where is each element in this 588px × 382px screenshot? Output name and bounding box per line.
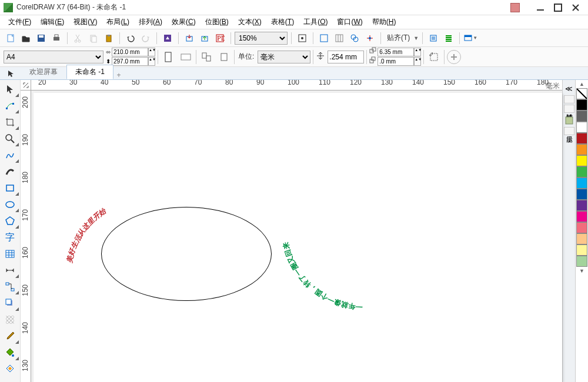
options-button[interactable]	[426, 31, 440, 45]
menu-h[interactable]: 帮助(H)	[368, 15, 401, 29]
show-rulers-button[interactable]	[317, 31, 331, 45]
nudge-input[interactable]	[328, 51, 364, 63]
ellipse-tool[interactable]	[0, 196, 19, 213]
shape-tool[interactable]	[0, 98, 19, 114]
page-size-select[interactable]: A4	[4, 51, 103, 63]
cut-button[interactable]	[71, 31, 85, 45]
show-grid-button[interactable]	[332, 31, 346, 45]
horizontal-ruler[interactable]: 毫米 2030405060708090100110120130140150160…	[21, 80, 562, 91]
tab-welcome[interactable]: 欢迎屏幕	[21, 65, 66, 79]
palette-down-arrow[interactable]: ▼	[576, 267, 588, 275]
dup-x-input[interactable]	[377, 48, 414, 56]
rectangle-tool[interactable]	[0, 180, 19, 196]
menu-t[interactable]: 表格(T)	[266, 15, 299, 29]
drop-shadow-tool[interactable]	[0, 295, 19, 311]
import-button[interactable]	[182, 31, 196, 45]
color-swatch[interactable]	[576, 222, 587, 233]
maximize-button[interactable]	[550, 2, 566, 14]
dynamic-guides-button[interactable]	[363, 31, 377, 45]
save-button[interactable]	[34, 31, 48, 45]
menu-a[interactable]: 排列(A)	[134, 15, 167, 29]
menu-w[interactable]: 窗口(W)	[332, 15, 367, 29]
docker-hint-icon[interactable]	[564, 115, 574, 126]
show-guides-button[interactable]	[348, 31, 362, 45]
menu-b[interactable]: 位图(B)	[201, 15, 233, 29]
docker-guidelines[interactable]: 辅助线	[564, 105, 574, 113]
zoom-tool[interactable]	[0, 130, 19, 147]
color-swatch[interactable]	[576, 99, 587, 110]
menu-o[interactable]: 工具(O)	[299, 15, 332, 29]
fullscreen-button[interactable]	[295, 31, 309, 45]
smart-fill-tool[interactable]	[0, 361, 19, 377]
artistic-media-tool[interactable]	[0, 163, 19, 180]
ellipse-object[interactable]	[101, 207, 272, 301]
zoom-select[interactable]: 150%	[235, 32, 288, 45]
publish-pdf-button[interactable]: PDF	[213, 31, 227, 45]
color-swatch[interactable]	[576, 133, 587, 144]
portrait-button[interactable]	[161, 49, 176, 65]
menu-c[interactable]: 效果(C)	[167, 15, 201, 29]
canvas[interactable]: 美好生活从这里开始 一年就像一个圆，转了一圈又回来	[34, 93, 562, 382]
new-tab-button[interactable]: +	[113, 71, 124, 79]
docker-hints[interactable]: 提示	[564, 127, 574, 135]
connector-tool[interactable]	[0, 279, 19, 295]
ruler-origin-icon[interactable]	[21, 80, 31, 91]
vertical-ruler[interactable]: 200190180170160150140130	[21, 91, 31, 382]
color-swatch[interactable]	[576, 244, 587, 256]
freehand-tool[interactable]	[0, 147, 19, 163]
color-swatch[interactable]	[576, 144, 587, 155]
color-swatch[interactable]	[576, 233, 587, 244]
docker-object-props[interactable]: 对象属性	[564, 95, 574, 103]
color-swatch[interactable]	[576, 155, 587, 166]
menu-l[interactable]: 布局(L)	[102, 15, 134, 29]
tab-document[interactable]: 未命名 -1	[66, 65, 113, 79]
current-page-button[interactable]	[216, 49, 232, 65]
color-swatch[interactable]	[576, 256, 587, 267]
no-fill-swatch[interactable]	[576, 88, 587, 99]
app-launcher-button[interactable]	[442, 31, 456, 45]
copy-button[interactable]	[86, 31, 101, 45]
palette-up-arrow[interactable]: ▲	[576, 80, 588, 88]
table-tool[interactable]	[0, 246, 19, 262]
color-swatch[interactable]	[576, 211, 587, 222]
close-button[interactable]	[568, 2, 583, 14]
dup-y-input[interactable]	[377, 57, 414, 66]
menu-e[interactable]: 编辑(E)	[36, 15, 69, 29]
height-spinner[interactable]: ▲▼	[148, 57, 155, 66]
expand-docker-icon[interactable]: ≪	[564, 83, 574, 94]
color-swatch[interactable]	[576, 166, 587, 177]
color-swatch[interactable]	[576, 200, 587, 211]
undo-button[interactable]	[123, 31, 138, 45]
new-button[interactable]	[4, 31, 18, 45]
page-width-input[interactable]	[112, 48, 148, 56]
color-swatch[interactable]	[576, 122, 587, 133]
eyedropper-tool[interactable]	[0, 328, 19, 344]
pick-tool-mini[interactable]	[4, 68, 18, 79]
menu-x[interactable]: 文本(X)	[233, 15, 266, 29]
menu-v[interactable]: 视图(V)	[69, 15, 102, 29]
crop-to-page-button[interactable]	[426, 49, 442, 65]
window-options-button[interactable]: ▼	[463, 31, 477, 45]
interactive-fill-tool[interactable]	[0, 344, 19, 361]
dimension-tool[interactable]	[0, 262, 19, 279]
page-height-input[interactable]	[112, 57, 148, 66]
menu-f[interactable]: 文件(F)	[4, 15, 36, 29]
all-pages-button[interactable]	[199, 49, 214, 65]
color-swatch[interactable]	[576, 189, 587, 200]
add-preset-button[interactable]	[447, 50, 461, 64]
crop-tool[interactable]	[0, 114, 19, 130]
transparency-tool[interactable]	[0, 311, 19, 328]
pick-tool[interactable]	[0, 81, 19, 98]
redo-button[interactable]	[139, 31, 153, 45]
polygon-tool[interactable]	[0, 213, 19, 229]
user-avatar-icon[interactable]	[510, 3, 520, 12]
text-tool[interactable]: 字	[0, 229, 19, 246]
print-button[interactable]	[49, 31, 64, 45]
color-swatch[interactable]	[576, 110, 587, 122]
landscape-button[interactable]	[178, 49, 193, 65]
open-button[interactable]	[19, 31, 33, 45]
search-content-button[interactable]	[161, 31, 175, 45]
color-swatch[interactable]	[576, 177, 587, 189]
snap-label[interactable]: 贴齐(T)	[385, 33, 412, 43]
paste-button[interactable]	[102, 31, 116, 45]
